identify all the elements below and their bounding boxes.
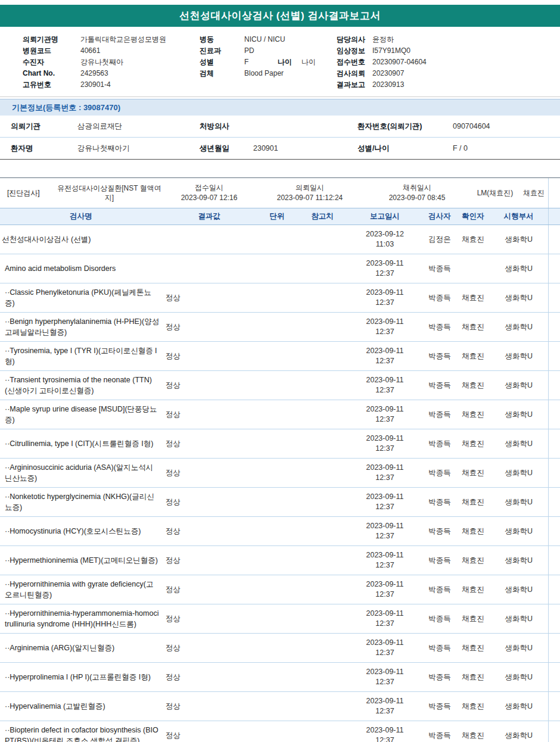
info-field-row: 담당의사윤정하 — [337, 34, 560, 45]
reference-range-cell — [298, 429, 347, 459]
info-field-value: NICU / NICU — [244, 34, 285, 45]
report-datetime-cell: 2023-09-11 12:37 — [347, 546, 423, 575]
report-datetime: 2023-09-11 12:37 — [363, 346, 406, 366]
result-value-cell: 정상 — [162, 313, 256, 342]
results-row: ··Argininemia (ARG)(알지닌혈증) 정상 2023-09-11… — [0, 634, 560, 663]
section-divider — [0, 96, 560, 97]
report-header-bar: 선천성대사이상검사 (선별) 검사결과보고서 — [0, 5, 560, 27]
info-field-row: 병원코드40661 — [23, 45, 200, 57]
tester-cell: 박종득 — [423, 283, 456, 313]
reference-range-cell — [298, 517, 347, 546]
tester-cell: 박종득 — [423, 488, 456, 517]
info-field-label: 담당의사 — [337, 34, 372, 45]
confirmer-cell: 채효진 — [456, 429, 490, 459]
info-field-row: 병동NICU / NICU — [200, 34, 337, 45]
patient-field-label: 환자번호(의뢰기관) — [357, 121, 453, 132]
unit-cell — [256, 488, 298, 517]
report-datetime: 2023-09-11 12:37 — [363, 550, 406, 570]
tester-cell: 박종득 — [423, 342, 456, 371]
exam-time-label: 의뢰일시 — [256, 183, 363, 193]
form-cell — [548, 721, 560, 742]
confirmer-cell: 채효진 — [456, 517, 490, 546]
reference-range-cell — [298, 604, 347, 634]
report-datetime: 2023-09-11 12:37 — [363, 667, 406, 687]
exam-time-value: 2023-09-07 11:12:24 — [256, 193, 363, 203]
department-cell: 생화학U — [490, 546, 548, 575]
form-cell — [548, 400, 560, 429]
info-field-value: I57Y91MQ0 — [372, 45, 410, 57]
tester-cell: 박종득 — [423, 400, 456, 429]
department-cell: 생화학U — [490, 692, 548, 721]
unit-cell — [256, 283, 298, 313]
exam-name: 유전성대사이상질환[NST 혈액여지] — [57, 183, 162, 202]
info-field-row: 검체Blood Paper — [200, 68, 337, 79]
results-table: 검사명 결과값 단위 참고치 보고일시 검사자 확인자 시행부서 서식 선천성대… — [0, 208, 560, 742]
result-value-cell — [162, 225, 256, 254]
report-datetime-cell: 2023-09-11 12:37 — [347, 575, 423, 604]
test-name-cell: ··Hyperornithinemia-hyperammonemia-homoc… — [0, 604, 162, 634]
report-datetime: 2023-09-11 12:37 — [363, 434, 406, 454]
exam-type-tag: [진단검사] — [0, 188, 57, 198]
result-value-cell: 정상 — [162, 721, 256, 742]
col-header-confirmer: 확인자 — [456, 208, 490, 225]
confirmer-cell: 채효진 — [456, 546, 490, 575]
report-datetime-cell: 2023-09-11 12:37 — [347, 604, 423, 634]
report-datetime: 2023-09-11 12:37 — [363, 696, 406, 716]
reference-range-cell — [298, 225, 347, 254]
report-title: 선천성대사이상검사 (선별) 검사결과보고서 — [179, 9, 381, 23]
result-value-cell: 정상 — [162, 429, 256, 459]
department-cell: 생화학U — [490, 254, 548, 283]
department-cell: 생화학U — [490, 342, 548, 371]
info-field-value: 40661 — [80, 45, 114, 57]
test-name-cell: ··Citrullinemia, type I (CIT)(시트룰린혈증 I형) — [0, 429, 162, 459]
tester-cell: 박종득 — [423, 692, 456, 721]
confirmer-cell: 채효진 — [456, 634, 490, 663]
info-field-value-2: 나이 — [301, 57, 335, 68]
results-row: 선천성대사이상검사 (선별) 2023-09-12 11:03 김정은 채효진 … — [0, 225, 560, 254]
reference-range-cell — [298, 692, 347, 721]
form-cell — [548, 342, 560, 371]
results-body: 선천성대사이상검사 (선별) 2023-09-12 11:03 김정은 채효진 … — [0, 225, 560, 742]
patient-field-label: 환자명 — [11, 144, 77, 154]
test-name-cell: ··Homocystinuria (HCY)(호모시스틴뇨증) — [0, 517, 162, 546]
info-field-row: 고유번호230901-4 — [23, 79, 200, 91]
unit-cell — [256, 400, 298, 429]
confirmer-cell: 채효진 — [456, 459, 490, 488]
report-datetime: 2023-09-11 12:37 — [363, 258, 406, 279]
col-header-department: 시행부서 — [490, 208, 548, 225]
patient-field-label: 생년월일 — [200, 144, 253, 154]
form-cell — [548, 313, 560, 342]
tester-cell: 박종득 — [423, 459, 456, 488]
confirmer-cell: 채효진 — [456, 575, 490, 604]
info-field-row: 수진자강유나첫째아 — [23, 57, 200, 68]
report-datetime-cell: 2023-09-11 12:37 — [347, 721, 423, 742]
info-field-label: Chart No. — [23, 68, 80, 79]
info-field-label: 검사의뢰 — [337, 68, 372, 79]
tester-cell: 박종득 — [423, 634, 456, 663]
exam-time-value: 2023-09-07 12:16 — [162, 193, 256, 203]
info-field-row: 검사의뢰20230907 — [337, 68, 560, 79]
test-name-cell: ··Argininosuccinic aciduria (ASA)(알지노석시닌… — [0, 459, 162, 488]
form-cell — [548, 283, 560, 313]
exam-time-cell: 접수일시 2023-09-07 12:16 — [162, 183, 256, 203]
info-field-label: 임상정보 — [337, 45, 372, 57]
info-field-row: 결과보고20230913 — [337, 79, 560, 91]
form-cell — [548, 634, 560, 663]
report-datetime: 2023-09-11 12:37 — [363, 579, 406, 600]
info-field-label: 고유번호 — [23, 79, 80, 91]
info-field-value: PD — [244, 45, 278, 57]
department-cell: 생화학U — [490, 604, 548, 634]
result-value-cell: 정상 — [162, 342, 256, 371]
test-name-cell: ··Maple syrup urine disease [MSUD](단풍당뇨증… — [0, 400, 162, 429]
report-datetime-cell: 2023-09-11 12:37 — [347, 371, 423, 400]
info-field-label-2: 나이 — [278, 57, 292, 68]
info-field-value: 20230907-04604 — [372, 57, 427, 68]
results-row: ··Homocystinuria (HCY)(호모시스틴뇨증) 정상 2023-… — [0, 517, 560, 546]
form-cell — [548, 488, 560, 517]
test-name-cell: 선천성대사이상검사 (선별) — [0, 225, 162, 254]
results-row: ··Hyperornithinemia with gyrate deficien… — [0, 575, 560, 604]
form-cell — [548, 604, 560, 634]
results-row: ··Biopterin defect in cofactor biosynthe… — [0, 721, 560, 742]
department-cell: 생화학U — [490, 663, 548, 692]
test-name-cell: ··Transient tyrosinemia of the neonate (… — [0, 371, 162, 400]
